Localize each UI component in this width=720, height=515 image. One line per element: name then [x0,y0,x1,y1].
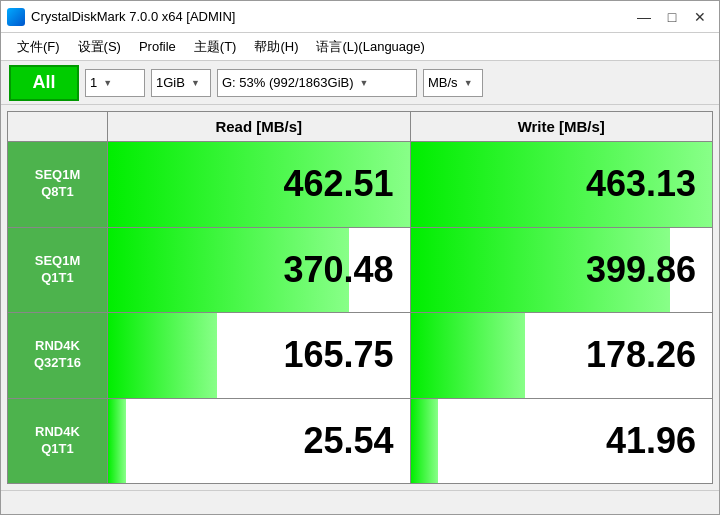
minimize-button[interactable]: — [631,6,657,28]
menu-help[interactable]: 帮助(H) [246,35,306,59]
header-write: Write [MB/s] [411,112,713,141]
drive-select[interactable]: G: 53% (992/1863GiB) [217,69,417,97]
write-cell-seq1m-q8t1: 463.13 [411,142,713,227]
menu-settings[interactable]: 设置(S) [70,35,129,59]
read-cell-seq1m-q8t1: 462.51 [108,142,411,227]
window-controls: — □ ✕ [631,6,713,28]
size-select[interactable]: 1GiB [151,69,211,97]
write-value-seq1m-q8t1: 463.13 [586,163,696,205]
window-title: CrystalDiskMark 7.0.0 x64 [ADMIN] [31,9,631,24]
unit-select[interactable]: MB/s [423,69,483,97]
write-cell-seq1m-q1t1: 399.86 [411,228,713,313]
menu-theme[interactable]: 主题(T) [186,35,245,59]
row-label-seq1m-q1t1: SEQ1MQ1T1 [8,228,108,313]
header-read: Read [MB/s] [108,112,411,141]
main-content: Read [MB/s] Write [MB/s] SEQ1MQ8T1 462.5… [1,105,719,490]
all-button[interactable]: All [9,65,79,101]
read-cell-rnd4k-q1t1: 25.54 [108,399,411,484]
write-cell-rnd4k-q1t1: 41.96 [411,399,713,484]
menu-profile[interactable]: Profile [131,36,184,57]
read-value-seq1m-q8t1: 462.51 [283,163,393,205]
table-row: RND4KQ32T16 165.75 178.26 [8,313,712,399]
menu-language[interactable]: 语言(L)(Language) [308,35,432,59]
write-value-rnd4k-q1t1: 41.96 [606,420,696,462]
table-row: SEQ1MQ8T1 462.51 463.13 [8,142,712,228]
table-row: SEQ1MQ1T1 370.48 399.86 [8,228,712,314]
write-value-rnd4k-q32t16: 178.26 [586,334,696,376]
app-window: CrystalDiskMark 7.0.0 x64 [ADMIN] — □ ✕ … [0,0,720,515]
table-body: SEQ1MQ8T1 462.51 463.13 SEQ1MQ1T1 370.48… [8,142,712,483]
count-select[interactable]: 1 [85,69,145,97]
maximize-button[interactable]: □ [659,6,685,28]
toolbar: All 1 1GiB G: 53% (992/1863GiB) MB/s [1,61,719,105]
app-icon [7,8,25,26]
menu-file[interactable]: 文件(F) [9,35,68,59]
read-cell-seq1m-q1t1: 370.48 [108,228,411,313]
table-row: RND4KQ1T1 25.54 41.96 [8,399,712,484]
row-label-seq1m-q8t1: SEQ1MQ8T1 [8,142,108,227]
header-label-spacer [8,112,108,141]
read-value-rnd4k-q1t1: 25.54 [303,420,393,462]
read-value-seq1m-q1t1: 370.48 [283,249,393,291]
close-button[interactable]: ✕ [687,6,713,28]
write-cell-rnd4k-q32t16: 178.26 [411,313,713,398]
table-header: Read [MB/s] Write [MB/s] [8,112,712,142]
title-bar: CrystalDiskMark 7.0.0 x64 [ADMIN] — □ ✕ [1,1,719,33]
menu-bar: 文件(F) 设置(S) Profile 主题(T) 帮助(H) 语言(L)(La… [1,33,719,61]
read-value-rnd4k-q32t16: 165.75 [283,334,393,376]
write-value-seq1m-q1t1: 399.86 [586,249,696,291]
read-cell-rnd4k-q32t16: 165.75 [108,313,411,398]
results-table: Read [MB/s] Write [MB/s] SEQ1MQ8T1 462.5… [7,111,713,484]
row-label-rnd4k-q1t1: RND4KQ1T1 [8,399,108,484]
row-label-rnd4k-q32t16: RND4KQ32T16 [8,313,108,398]
status-bar [1,490,719,514]
